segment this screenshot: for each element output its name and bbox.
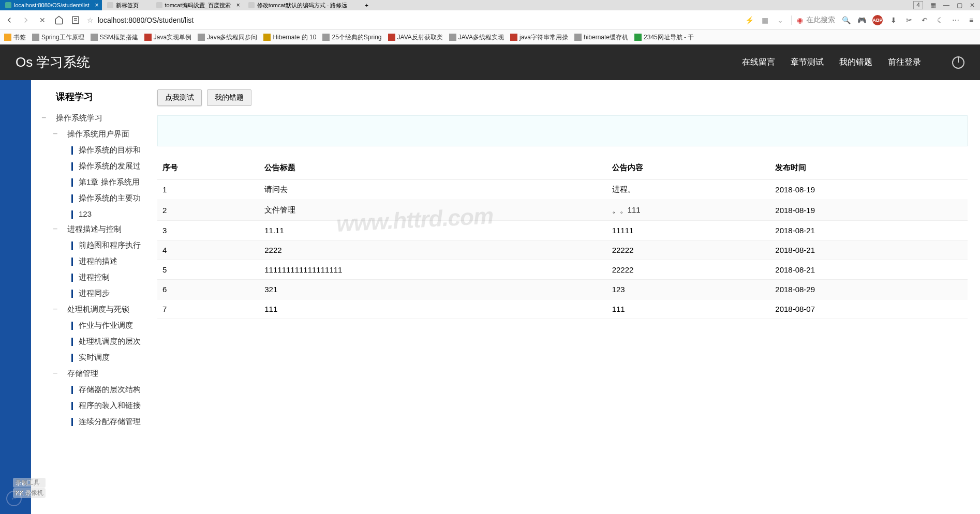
tab-counter[interactable]: 4 <box>913 1 923 9</box>
reader-icon[interactable] <box>70 15 81 25</box>
moon-icon[interactable]: ☾ <box>936 16 945 25</box>
tree-item[interactable]: 操作系统用户界面 <box>31 126 145 142</box>
browser-tab-0[interactable]: localhost:8080/OS/student/list× <box>0 0 102 10</box>
table-row: 1请问去进程。2018-08-19 <box>157 179 968 200</box>
power-icon[interactable] <box>952 56 964 69</box>
bookmark-item[interactable]: SSM框架搭建 <box>91 33 138 42</box>
bookmark-favicon-icon <box>322 34 330 41</box>
browser-chrome: localhost:8080/OS/student/list×新标签页tomca… <box>0 0 980 44</box>
maximize-icon[interactable]: ▢ <box>957 2 962 9</box>
browser-tab-1[interactable]: 新标签页 <box>102 0 151 10</box>
button-row: 点我测试 我的错题 <box>157 89 968 106</box>
bookmark-favicon-icon <box>4 34 11 41</box>
address-bar[interactable]: localhost:8080/OS/student/list <box>98 16 738 24</box>
bookmark-item[interactable]: java字符串常用操 <box>510 33 568 42</box>
tree-item[interactable]: 操作系统的发展过 <box>31 158 145 174</box>
tree-item[interactable]: 程序的装入和链接 <box>31 398 145 414</box>
tree-item[interactable]: 处理机调度的层次 <box>31 334 145 350</box>
tree-item[interactable]: 连续分配存储管理 <box>31 414 145 430</box>
bookmark-item[interactable]: Spring工作原理 <box>32 33 84 42</box>
forward-button[interactable] <box>21 15 31 25</box>
table-cell: 111111111111111111 <box>259 260 606 280</box>
table-cell: 7 <box>157 299 259 319</box>
tree-item[interactable]: 操作系统学习 <box>31 110 145 126</box>
close-tab-icon[interactable]: × <box>95 2 99 9</box>
bookmark-item[interactable]: Hibernate 的 10 <box>263 33 316 42</box>
table-header: 序号 <box>157 157 259 179</box>
bookmark-item[interactable]: JAVA多线程实现 <box>449 33 504 42</box>
game-icon[interactable]: 🎮 <box>857 16 866 25</box>
tab-label: tomcat编码设置_百度搜索 <box>165 2 231 9</box>
bookmark-item[interactable]: hibernate缓存机 <box>574 33 628 42</box>
qr-icon[interactable]: ▦ <box>760 16 769 25</box>
grid-icon[interactable]: ▦ <box>930 2 936 9</box>
tree-item[interactable]: 进程控制 <box>31 269 145 285</box>
browser-tab-3[interactable]: 修改tomcat默认的编码方式 - 路修远 <box>243 0 360 10</box>
nav-bar: ✕ ☆ localhost:8080/OS/student/list ⚡ ▦ ⌄… <box>0 10 980 30</box>
back-button[interactable] <box>4 15 14 25</box>
download-icon[interactable]: ⬇ <box>889 16 898 25</box>
tree-item[interactable]: 处理机调度与死锁 <box>31 301 145 318</box>
adblock-icon[interactable]: ABP <box>872 15 883 25</box>
tree-item[interactable]: 存储器的层次结构 <box>31 382 145 398</box>
table-row: 311.11111112018-08-21 <box>157 221 968 240</box>
undo-icon[interactable]: ↶ <box>920 16 929 25</box>
test-me-button[interactable]: 点我测试 <box>157 89 202 106</box>
tree-item[interactable]: 进程的描述 <box>31 253 145 269</box>
nav-link-3[interactable]: 前往登录 <box>888 57 921 68</box>
sidebar-tree: 操作系统学习操作系统用户界面操作系统的目标和操作系统的发展过第1章 操作系统用操… <box>31 110 145 430</box>
nav-link-2[interactable]: 我的错题 <box>839 57 872 68</box>
tree-item[interactable]: 进程同步 <box>31 285 145 301</box>
table-row: 63211232018-08-29 <box>157 280 968 299</box>
table-cell: 5 <box>157 260 259 280</box>
tree-item[interactable]: 前趋图和程序执行 <box>31 237 145 253</box>
table-cell: 2018-08-19 <box>770 200 968 221</box>
table-cell: 123 <box>607 280 770 299</box>
my-wrongs-button[interactable]: 我的错题 <box>207 89 251 106</box>
table-row: 2文件管理 。。1112018-08-19 <box>157 200 968 221</box>
tree-item[interactable]: 存储管理 <box>31 366 145 382</box>
back-circle-button[interactable]: ← <box>6 491 22 506</box>
bookmark-item[interactable]: 2345网址导航 - 干 <box>634 33 694 42</box>
bookmark-label: 25个经典的Spring <box>332 33 381 42</box>
nav-link-1[interactable]: 章节测试 <box>791 57 824 68</box>
menu-icon[interactable]: ≡ <box>967 16 976 25</box>
bookmark-label: 2345网址导航 - 干 <box>644 33 694 42</box>
close-window-icon[interactable]: ✕ <box>970 2 975 9</box>
close-tab-icon[interactable]: × <box>236 2 240 9</box>
flash-icon[interactable]: ⚡ <box>745 16 754 25</box>
scissors-icon[interactable]: ✂ <box>904 16 914 25</box>
bookmark-item[interactable]: 25个经典的Spring <box>322 33 381 42</box>
bookmark-favicon-icon <box>91 34 98 41</box>
bookmark-favicon-icon <box>574 34 582 41</box>
nav-link-0[interactable]: 在线留言 <box>742 57 775 68</box>
bookmark-favicon-icon <box>449 34 456 41</box>
browser-tab-2[interactable]: tomcat编码设置_百度搜索× <box>151 0 243 10</box>
search-engine-box[interactable]: ◉ 在此搜索 <box>791 16 835 25</box>
table-cell: 进程。 <box>607 179 770 200</box>
bookmark-item[interactable]: Java多线程同步问 <box>198 33 257 42</box>
search-icon[interactable]: 🔍 <box>841 16 851 25</box>
tree-item[interactable]: 作业与作业调度 <box>31 318 145 334</box>
new-tab-button[interactable]: + <box>360 0 380 10</box>
tree-item[interactable]: 操作系统的目标和 <box>31 142 145 158</box>
bookmark-item[interactable]: 书签 <box>4 33 26 42</box>
chevron-down-icon[interactable]: ⌄ <box>776 16 785 25</box>
minimize-icon[interactable]: — <box>943 2 949 9</box>
tree-item[interactable]: 进程描述与控制 <box>31 221 145 237</box>
table-header: 公告内容 <box>607 157 770 179</box>
tab-label: 修改tomcat默认的编码方式 - 路修远 <box>257 2 348 9</box>
tree-item[interactable]: 操作系统的主要功 <box>31 190 145 206</box>
more-icon[interactable]: ⋯ <box>951 16 960 25</box>
table-cell: 2018-08-21 <box>770 260 968 280</box>
bookmark-item[interactable]: JAVA反射获取类 <box>388 33 443 42</box>
table-cell: 。。111 <box>607 200 770 221</box>
home-button[interactable] <box>54 15 64 25</box>
tree-item[interactable]: 实时调度 <box>31 350 145 366</box>
tree-item[interactable]: 第1章 操作系统用 <box>31 174 145 190</box>
tree-item[interactable]: 123 <box>31 206 145 221</box>
stop-button[interactable]: ✕ <box>37 15 48 25</box>
table-row: 71111112018-08-07 <box>157 299 968 319</box>
bookmark-item[interactable]: Java实现单例 <box>144 33 191 42</box>
bookmark-star-icon[interactable]: ☆ <box>87 16 94 24</box>
